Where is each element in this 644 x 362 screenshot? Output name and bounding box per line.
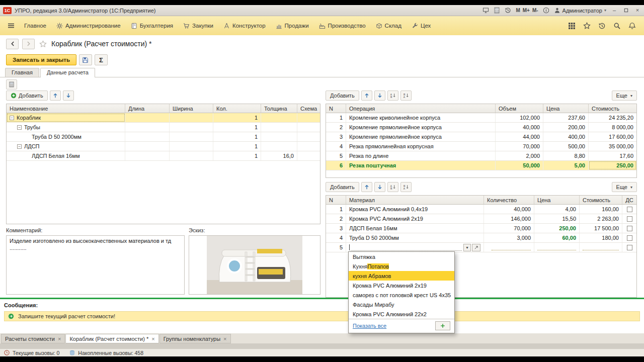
dropdown-item[interactable]: Вытяжка (349, 252, 454, 261)
operation-row[interactable]: 1Кромление криволинейное корпуса102,0002… (326, 113, 636, 123)
ds-checkbox[interactable] (627, 235, 632, 241)
products-column-header[interactable]: Длина (125, 104, 170, 113)
cell-cost[interactable]: 160,00 (580, 205, 622, 214)
cell-length[interactable] (125, 132, 170, 141)
cell-cost[interactable] (580, 243, 622, 252)
cell-material[interactable]: Кромка PVC Алюминий 2х19 (346, 214, 484, 223)
cell-price[interactable]: 250,00 (534, 224, 580, 233)
maximize-button[interactable] (622, 7, 629, 14)
move-up-button[interactable] (50, 90, 61, 101)
cell-ds[interactable] (622, 243, 636, 252)
move-down-button[interactable] (374, 90, 385, 101)
cell-ds[interactable] (622, 205, 636, 214)
cell-thickness[interactable] (261, 132, 297, 141)
cell-length[interactable] (125, 151, 170, 160)
cell-qty[interactable]: 1 (213, 142, 261, 151)
materials-column-header[interactable]: N (326, 196, 346, 204)
cell-price[interactable]: 15,50 (534, 214, 580, 223)
cell-cost[interactable]: 8 000,00 (589, 123, 636, 132)
ds-checkbox[interactable] (627, 245, 632, 250)
cell-volume[interactable]: 40,000 (496, 123, 543, 132)
sort-ascending-button[interactable]: АЯ (387, 90, 398, 101)
cell-cost[interactable]: 24 235,20 (589, 113, 636, 122)
window-tab[interactable]: Кораблик (Расчет стоимости) *× (65, 334, 158, 343)
dropdown-item[interactable]: кухня Абрамов (349, 271, 454, 281)
products-column-header[interactable]: Ширина (170, 104, 213, 113)
operations-column-header[interactable]: Объем (496, 104, 543, 113)
materials-more-button[interactable]: Еще▾ (612, 182, 637, 192)
cell-n[interactable]: 4 (326, 142, 346, 151)
cell-thickness[interactable] (261, 113, 297, 122)
cell-cost[interactable]: 2 263,00 (580, 214, 622, 223)
cell-name[interactable]: −Кораблик (7, 113, 125, 122)
operation-row[interactable]: 2Кромление прямолинейное корпуса40,00020… (326, 123, 636, 132)
operations-more-button[interactable]: Еще▾ (612, 90, 637, 101)
cell-quantity[interactable]: 40,000 (484, 205, 534, 214)
menubar-item[interactable]: Бухгалтерия (126, 20, 178, 32)
ds-checkbox[interactable] (627, 216, 632, 222)
material-row[interactable]: 2Кромка PVC Алюминий 2х19146,00015,502 2… (326, 214, 636, 224)
tree-collapse-icon[interactable]: − (17, 125, 22, 130)
ds-checkbox[interactable] (627, 226, 632, 231)
materials-column-header[interactable]: Количество (484, 196, 534, 204)
cell-n[interactable]: 3 (326, 224, 346, 233)
scale-button[interactable]: M (516, 8, 520, 13)
dropdown-item[interactable]: Кромка PVC Алюминий 2х19 (349, 281, 454, 290)
calculator-button[interactable] (6, 79, 17, 89)
save-button[interactable] (79, 54, 92, 65)
cell-width[interactable] (170, 142, 213, 151)
operation-row[interactable]: 6Резка поштучная50,0005,00250,00 (326, 161, 636, 170)
cell-price[interactable]: 237,60 (543, 113, 589, 122)
cell-schema[interactable] (297, 142, 320, 151)
dropdown-item[interactable]: Кухня Потапов (349, 261, 454, 271)
add-product-button[interactable]: Добавить (6, 90, 48, 101)
cell-name[interactable]: −Трубы (7, 123, 125, 132)
tree-collapse-icon[interactable]: − (17, 144, 22, 149)
price-input[interactable] (537, 244, 576, 250)
cell-length[interactable] (125, 142, 170, 151)
cell-n[interactable]: 4 (326, 233, 346, 242)
cell-ds[interactable] (622, 233, 636, 242)
cell-n[interactable]: 2 (326, 214, 346, 223)
cell-cost[interactable]: 17 600,00 (589, 132, 636, 141)
show-all-link[interactable]: Показать все (353, 323, 386, 329)
product-row[interactable]: −ЛДСП1 (7, 142, 320, 151)
cell-ds[interactable] (622, 214, 636, 223)
search-icon[interactable] (613, 22, 621, 30)
operations-column-header[interactable]: Цена (543, 104, 589, 113)
cell-width[interactable] (170, 132, 213, 141)
cell-quantity[interactable]: 3,000 (484, 233, 534, 242)
cell-quantity[interactable]: 70,000 (484, 224, 534, 233)
scale-button[interactable]: M- (532, 8, 538, 13)
cell-operation[interactable]: Кромление прямолинейное корпуса (346, 132, 496, 141)
operation-row[interactable]: 4Резка прямолинейная корпусная70,000500,… (326, 142, 636, 151)
ds-checkbox[interactable] (627, 207, 632, 212)
product-row[interactable]: −Трубы1 (7, 123, 320, 132)
cell-n[interactable]: 3 (326, 132, 346, 141)
cell-material[interactable]: Труба D 50 2000мм (346, 233, 484, 242)
cell-price[interactable]: 200,00 (543, 123, 589, 132)
operations-column-header[interactable]: Стоимость (589, 104, 636, 113)
material-row[interactable]: 1Кромка PVC Алюминий 0,4х1940,0004,00160… (326, 205, 636, 214)
cell-price[interactable]: 60,00 (534, 233, 580, 242)
calculator-icon[interactable] (494, 7, 500, 14)
products-column-header[interactable]: Наименование (7, 104, 125, 113)
tab-close-icon[interactable]: × (58, 336, 61, 342)
cell-schema[interactable] (297, 113, 320, 122)
tab-glavnaya[interactable]: Главная (5, 68, 39, 77)
move-down-button[interactable] (63, 90, 74, 101)
operation-row[interactable]: 3Кромление прямолинейное корпуса44,00040… (326, 132, 636, 142)
menubar-item[interactable]: Продажи (271, 20, 314, 32)
cell-n[interactable]: 5 (326, 151, 346, 160)
user-menu-button[interactable]: Администратор ▾ (554, 7, 606, 14)
move-up-button[interactable] (361, 182, 372, 192)
operations-column-header[interactable]: Операция (346, 104, 496, 113)
materials-column-header[interactable]: ДС (622, 196, 636, 204)
cell-n[interactable]: 5 (326, 243, 346, 252)
window-tab[interactable]: Группы номенклатуры× (159, 334, 231, 343)
all-functions-icon[interactable] (568, 22, 576, 30)
notifications-bell-icon[interactable] (628, 22, 636, 30)
cell-thickness[interactable] (261, 142, 297, 151)
cell-operation[interactable]: Кромление криволинейное корпуса (346, 113, 496, 122)
close-button[interactable]: × (634, 7, 641, 14)
